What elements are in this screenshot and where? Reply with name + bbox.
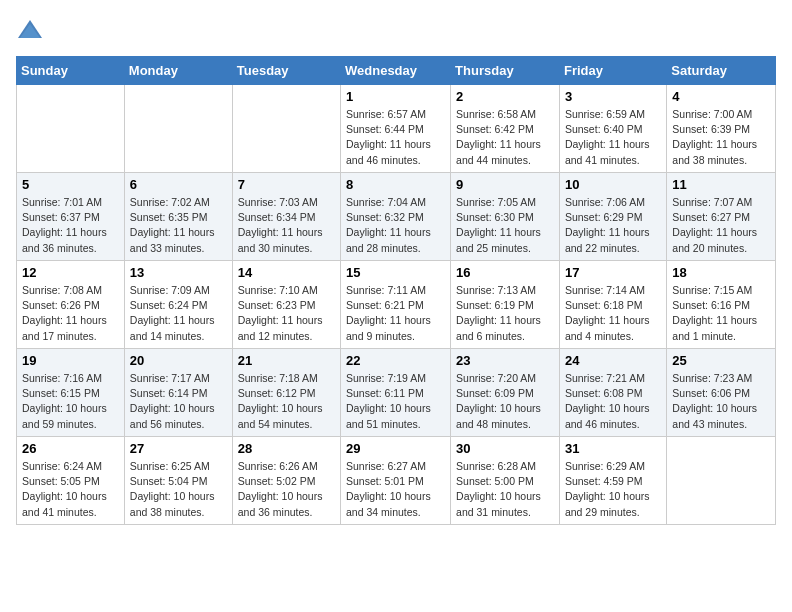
- day-number: 6: [130, 177, 227, 192]
- calendar-cell: 20Sunrise: 7:17 AM Sunset: 6:14 PM Dayli…: [124, 349, 232, 437]
- day-info: Sunrise: 7:16 AM Sunset: 6:15 PM Dayligh…: [22, 371, 119, 432]
- calendar-cell: 4Sunrise: 7:00 AM Sunset: 6:39 PM Daylig…: [667, 85, 776, 173]
- calendar-cell: 11Sunrise: 7:07 AM Sunset: 6:27 PM Dayli…: [667, 173, 776, 261]
- day-info: Sunrise: 7:19 AM Sunset: 6:11 PM Dayligh…: [346, 371, 445, 432]
- day-info: Sunrise: 7:00 AM Sunset: 6:39 PM Dayligh…: [672, 107, 770, 168]
- day-number: 14: [238, 265, 335, 280]
- calendar-cell: 30Sunrise: 6:28 AM Sunset: 5:00 PM Dayli…: [451, 437, 560, 525]
- day-number: 2: [456, 89, 554, 104]
- day-number: 31: [565, 441, 661, 456]
- day-number: 27: [130, 441, 227, 456]
- day-number: 8: [346, 177, 445, 192]
- calendar-cell: [17, 85, 125, 173]
- day-number: 10: [565, 177, 661, 192]
- day-info: Sunrise: 7:08 AM Sunset: 6:26 PM Dayligh…: [22, 283, 119, 344]
- day-header-row: SundayMondayTuesdayWednesdayThursdayFrid…: [17, 57, 776, 85]
- day-number: 13: [130, 265, 227, 280]
- day-number: 5: [22, 177, 119, 192]
- calendar-cell: 10Sunrise: 7:06 AM Sunset: 6:29 PM Dayli…: [559, 173, 666, 261]
- column-header-thursday: Thursday: [451, 57, 560, 85]
- day-number: 16: [456, 265, 554, 280]
- week-row-5: 26Sunrise: 6:24 AM Sunset: 5:05 PM Dayli…: [17, 437, 776, 525]
- logo-icon: [16, 16, 44, 44]
- column-header-saturday: Saturday: [667, 57, 776, 85]
- day-number: 29: [346, 441, 445, 456]
- day-info: Sunrise: 7:23 AM Sunset: 6:06 PM Dayligh…: [672, 371, 770, 432]
- day-info: Sunrise: 7:02 AM Sunset: 6:35 PM Dayligh…: [130, 195, 227, 256]
- calendar-cell: 21Sunrise: 7:18 AM Sunset: 6:12 PM Dayli…: [232, 349, 340, 437]
- day-number: 4: [672, 89, 770, 104]
- day-info: Sunrise: 7:05 AM Sunset: 6:30 PM Dayligh…: [456, 195, 554, 256]
- day-number: 22: [346, 353, 445, 368]
- calendar-cell: 27Sunrise: 6:25 AM Sunset: 5:04 PM Dayli…: [124, 437, 232, 525]
- day-number: 26: [22, 441, 119, 456]
- day-info: Sunrise: 6:24 AM Sunset: 5:05 PM Dayligh…: [22, 459, 119, 520]
- day-info: Sunrise: 7:09 AM Sunset: 6:24 PM Dayligh…: [130, 283, 227, 344]
- page-header: [16, 16, 776, 44]
- day-info: Sunrise: 7:04 AM Sunset: 6:32 PM Dayligh…: [346, 195, 445, 256]
- column-header-friday: Friday: [559, 57, 666, 85]
- calendar-cell: 14Sunrise: 7:10 AM Sunset: 6:23 PM Dayli…: [232, 261, 340, 349]
- calendar-cell: [232, 85, 340, 173]
- day-number: 23: [456, 353, 554, 368]
- calendar-cell: 3Sunrise: 6:59 AM Sunset: 6:40 PM Daylig…: [559, 85, 666, 173]
- week-row-1: 1Sunrise: 6:57 AM Sunset: 6:44 PM Daylig…: [17, 85, 776, 173]
- day-info: Sunrise: 6:29 AM Sunset: 4:59 PM Dayligh…: [565, 459, 661, 520]
- calendar-cell: 19Sunrise: 7:16 AM Sunset: 6:15 PM Dayli…: [17, 349, 125, 437]
- day-number: 18: [672, 265, 770, 280]
- day-info: Sunrise: 6:27 AM Sunset: 5:01 PM Dayligh…: [346, 459, 445, 520]
- day-number: 21: [238, 353, 335, 368]
- day-info: Sunrise: 7:13 AM Sunset: 6:19 PM Dayligh…: [456, 283, 554, 344]
- day-number: 12: [22, 265, 119, 280]
- day-info: Sunrise: 7:17 AM Sunset: 6:14 PM Dayligh…: [130, 371, 227, 432]
- day-number: 3: [565, 89, 661, 104]
- calendar-cell: 7Sunrise: 7:03 AM Sunset: 6:34 PM Daylig…: [232, 173, 340, 261]
- day-number: 25: [672, 353, 770, 368]
- column-header-tuesday: Tuesday: [232, 57, 340, 85]
- calendar-cell: 2Sunrise: 6:58 AM Sunset: 6:42 PM Daylig…: [451, 85, 560, 173]
- calendar-cell: 31Sunrise: 6:29 AM Sunset: 4:59 PM Dayli…: [559, 437, 666, 525]
- day-info: Sunrise: 6:57 AM Sunset: 6:44 PM Dayligh…: [346, 107, 445, 168]
- week-row-3: 12Sunrise: 7:08 AM Sunset: 6:26 PM Dayli…: [17, 261, 776, 349]
- day-info: Sunrise: 6:28 AM Sunset: 5:00 PM Dayligh…: [456, 459, 554, 520]
- calendar-cell: 6Sunrise: 7:02 AM Sunset: 6:35 PM Daylig…: [124, 173, 232, 261]
- calendar-cell: 17Sunrise: 7:14 AM Sunset: 6:18 PM Dayli…: [559, 261, 666, 349]
- calendar-cell: 25Sunrise: 7:23 AM Sunset: 6:06 PM Dayli…: [667, 349, 776, 437]
- day-info: Sunrise: 6:25 AM Sunset: 5:04 PM Dayligh…: [130, 459, 227, 520]
- week-row-4: 19Sunrise: 7:16 AM Sunset: 6:15 PM Dayli…: [17, 349, 776, 437]
- column-header-monday: Monday: [124, 57, 232, 85]
- day-info: Sunrise: 7:10 AM Sunset: 6:23 PM Dayligh…: [238, 283, 335, 344]
- calendar-cell: 12Sunrise: 7:08 AM Sunset: 6:26 PM Dayli…: [17, 261, 125, 349]
- column-header-wednesday: Wednesday: [341, 57, 451, 85]
- day-info: Sunrise: 7:21 AM Sunset: 6:08 PM Dayligh…: [565, 371, 661, 432]
- day-number: 28: [238, 441, 335, 456]
- day-number: 15: [346, 265, 445, 280]
- day-number: 19: [22, 353, 119, 368]
- day-number: 7: [238, 177, 335, 192]
- calendar-table: SundayMondayTuesdayWednesdayThursdayFrid…: [16, 56, 776, 525]
- day-number: 24: [565, 353, 661, 368]
- day-number: 11: [672, 177, 770, 192]
- day-info: Sunrise: 7:07 AM Sunset: 6:27 PM Dayligh…: [672, 195, 770, 256]
- logo: [16, 16, 48, 44]
- day-number: 9: [456, 177, 554, 192]
- calendar-cell: 28Sunrise: 6:26 AM Sunset: 5:02 PM Dayli…: [232, 437, 340, 525]
- day-info: Sunrise: 7:11 AM Sunset: 6:21 PM Dayligh…: [346, 283, 445, 344]
- calendar-cell: 23Sunrise: 7:20 AM Sunset: 6:09 PM Dayli…: [451, 349, 560, 437]
- calendar-cell: 18Sunrise: 7:15 AM Sunset: 6:16 PM Dayli…: [667, 261, 776, 349]
- calendar-cell: [124, 85, 232, 173]
- day-info: Sunrise: 7:03 AM Sunset: 6:34 PM Dayligh…: [238, 195, 335, 256]
- day-info: Sunrise: 6:58 AM Sunset: 6:42 PM Dayligh…: [456, 107, 554, 168]
- day-number: 1: [346, 89, 445, 104]
- day-info: Sunrise: 7:06 AM Sunset: 6:29 PM Dayligh…: [565, 195, 661, 256]
- calendar-cell: [667, 437, 776, 525]
- calendar-cell: 26Sunrise: 6:24 AM Sunset: 5:05 PM Dayli…: [17, 437, 125, 525]
- calendar-cell: 22Sunrise: 7:19 AM Sunset: 6:11 PM Dayli…: [341, 349, 451, 437]
- column-header-sunday: Sunday: [17, 57, 125, 85]
- calendar-cell: 1Sunrise: 6:57 AM Sunset: 6:44 PM Daylig…: [341, 85, 451, 173]
- calendar-cell: 15Sunrise: 7:11 AM Sunset: 6:21 PM Dayli…: [341, 261, 451, 349]
- week-row-2: 5Sunrise: 7:01 AM Sunset: 6:37 PM Daylig…: [17, 173, 776, 261]
- calendar-cell: 13Sunrise: 7:09 AM Sunset: 6:24 PM Dayli…: [124, 261, 232, 349]
- day-info: Sunrise: 6:59 AM Sunset: 6:40 PM Dayligh…: [565, 107, 661, 168]
- day-info: Sunrise: 7:01 AM Sunset: 6:37 PM Dayligh…: [22, 195, 119, 256]
